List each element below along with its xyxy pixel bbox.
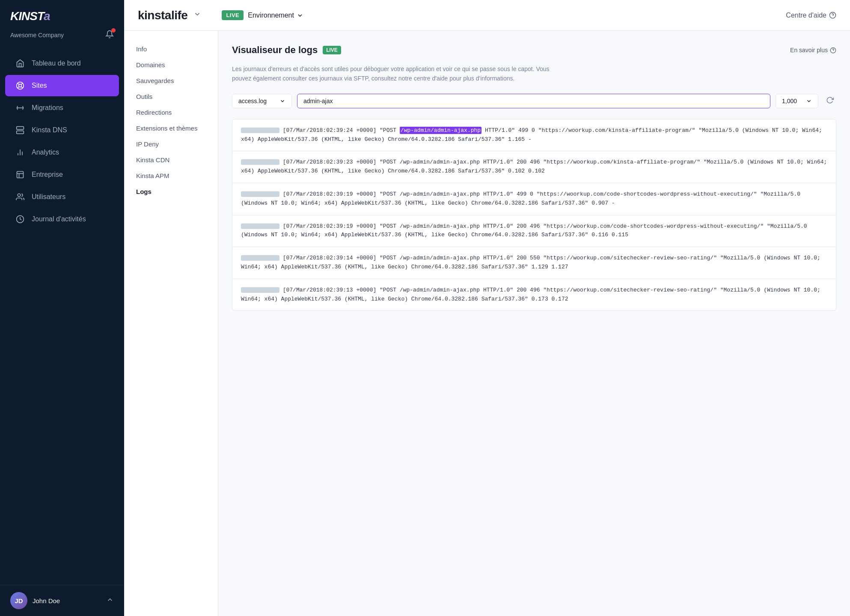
secondary-nav-kinsta-cdn[interactable]: Kinsta CDN <box>124 152 218 168</box>
live-badge: LIVE <box>222 10 244 20</box>
main-area: kinstalife LIVE Environnement Centre d'a… <box>124 0 850 616</box>
blurred-ip <box>241 255 279 261</box>
log-count-select[interactable]: 1,000 <box>776 94 818 108</box>
svg-rect-14 <box>17 172 24 178</box>
log-live-badge: LIVE <box>323 46 341 54</box>
blurred-ip <box>241 191 279 197</box>
refresh-button[interactable] <box>823 94 836 109</box>
sidebar-item-label: Analytics <box>32 149 59 156</box>
analytics-icon <box>15 148 25 157</box>
company-row: Awesome Company <box>0 30 124 48</box>
learn-more-link[interactable]: En savoir plus <box>790 47 836 54</box>
sidebar-item-entreprise[interactable]: Entreprise <box>5 164 119 185</box>
sidebar-item-label: Tableau de bord <box>32 60 81 67</box>
sidebar-item-label: Kinsta DNS <box>32 126 67 134</box>
site-name: kinstalife <box>138 9 187 22</box>
highlight-path: /wp-admin/admin-ajax.php <box>400 127 481 134</box>
svg-line-2 <box>18 83 19 85</box>
sidebar-item-dns[interactable]: Kinsta DNS <box>5 119 119 141</box>
sidebar-nav: Tableau de bord Sites Migrations Kinsta … <box>0 48 124 585</box>
log-area: Visualiseur de logs LIVE En savoir plus … <box>218 31 850 616</box>
secondary-nav-info[interactable]: Info <box>124 41 218 57</box>
user-name: John Doe <box>33 597 60 604</box>
secondary-nav-sauvegardes[interactable]: Sauvegardes <box>124 73 218 89</box>
company-name: Awesome Company <box>10 32 64 39</box>
log-entry: [07/Mar/2018:02:39:19 +0000] "POST /wp-a… <box>232 215 836 247</box>
entreprise-icon <box>15 170 25 179</box>
log-filters: access.log 1,000 <box>232 94 836 109</box>
journal-icon <box>15 214 25 224</box>
sidebar-item-label: Entreprise <box>32 171 63 179</box>
sidebar-item-label: Utilisateurs <box>32 193 65 201</box>
users-icon <box>15 192 25 202</box>
log-type-select[interactable]: access.log <box>232 94 292 108</box>
sidebar-header: KINSTa <box>0 0 124 30</box>
log-entry: [07/Mar/2018:02:39:13 +0000] "POST /wp-a… <box>232 279 836 311</box>
sidebar-item-utilisateurs[interactable]: Utilisateurs <box>5 186 119 208</box>
environment-selector[interactable]: Environnement <box>248 12 303 19</box>
blurred-ip <box>241 159 279 165</box>
secondary-nav-logs[interactable]: Logs <box>124 184 218 199</box>
svg-line-3 <box>21 86 23 88</box>
secondary-nav-domaines[interactable]: Domaines <box>124 57 218 73</box>
dns-icon <box>15 125 25 135</box>
log-header: Visualiseur de logs LIVE En savoir plus <box>232 45 836 56</box>
log-entry: [07/Mar/2018:02:39:14 +0000] "POST /wp-a… <box>232 247 836 279</box>
blurred-ip <box>241 128 279 133</box>
log-entry: [07/Mar/2018:02:39:19 +0000] "POST /wp-a… <box>232 183 836 215</box>
log-description: Les journaux d'erreurs et d'accès sont u… <box>232 64 557 83</box>
migrations-icon <box>15 103 25 113</box>
sidebar-item-label: Migrations <box>32 104 63 112</box>
log-entry: [07/Mar/2018:02:39:23 +0000] "POST /wp-a… <box>232 151 836 183</box>
sidebar-item-tableau[interactable]: Tableau de bord <box>5 53 119 74</box>
secondary-nav-kinsta-apm[interactable]: Kinsta APM <box>124 168 218 184</box>
content-area: InfoDomainesSauvegardesOutilsRedirection… <box>124 31 850 616</box>
secondary-nav: InfoDomainesSauvegardesOutilsRedirection… <box>124 31 218 616</box>
svg-rect-7 <box>17 127 24 130</box>
sidebar-item-sites[interactable]: Sites <box>5 75 119 96</box>
topbar-left: kinstalife LIVE Environnement <box>138 9 303 22</box>
svg-line-5 <box>18 86 19 88</box>
help-link[interactable]: Centre d'aide <box>786 12 836 19</box>
sidebar-item-journal[interactable]: Journal d'activités <box>5 208 119 230</box>
home-icon <box>15 59 25 68</box>
expand-icon[interactable] <box>106 596 114 605</box>
log-entries: [07/Mar/2018:02:39:24 +0000] "POST /wp-a… <box>232 119 836 311</box>
sites-icon <box>15 81 25 90</box>
log-title: Visualiseur de logs LIVE <box>232 45 341 56</box>
secondary-nav-ip-deny[interactable]: IP Deny <box>124 136 218 152</box>
secondary-nav-extensions[interactable]: Extensions et thèmes <box>124 120 218 136</box>
secondary-nav-outils[interactable]: Outils <box>124 89 218 104</box>
secondary-nav-redirections[interactable]: Redirections <box>124 104 218 120</box>
topbar: kinstalife LIVE Environnement Centre d'a… <box>124 0 850 31</box>
sidebar-item-label: Sites <box>32 82 47 89</box>
sidebar: KINSTa Awesome Company Tableau de bord S… <box>0 0 124 616</box>
svg-line-4 <box>21 83 23 85</box>
log-entry: [07/Mar/2018:02:39:24 +0000] "POST /wp-a… <box>232 119 836 151</box>
svg-point-1 <box>19 84 22 87</box>
sidebar-footer: JD John Doe <box>0 585 124 616</box>
site-switcher-button[interactable] <box>192 9 203 22</box>
notification-badge <box>111 28 116 33</box>
log-search-input[interactable] <box>297 94 770 108</box>
svg-rect-8 <box>17 131 24 134</box>
user-info: JD John Doe <box>10 592 60 609</box>
bell-icon[interactable] <box>105 30 114 40</box>
blurred-ip <box>241 287 279 293</box>
avatar: JD <box>10 592 27 609</box>
blurred-ip <box>241 223 279 229</box>
sidebar-item-migrations[interactable]: Migrations <box>5 97 119 119</box>
kinsta-logo: KINSTa <box>10 9 50 23</box>
sidebar-item-analytics[interactable]: Analytics <box>5 142 119 163</box>
sidebar-item-label: Journal d'activités <box>32 215 86 223</box>
svg-point-15 <box>18 194 21 197</box>
